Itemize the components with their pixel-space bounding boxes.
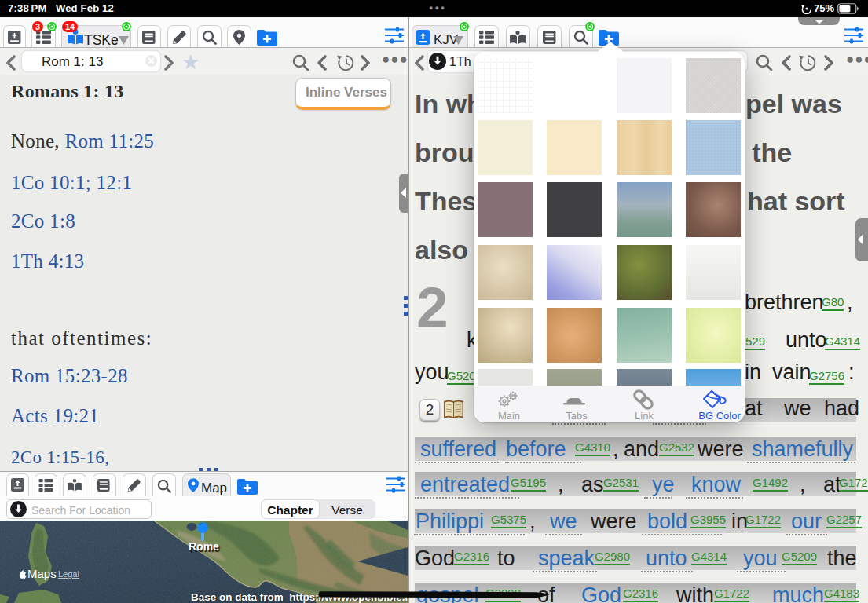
svg-text:Base on data from https://www: Base on data from https://www.openbible.…	[191, 591, 408, 603]
svg-text:Legal: Legal	[58, 569, 79, 579]
svg-text:Rome: Rome	[189, 540, 219, 553]
svg-text:Maps: Maps	[27, 567, 57, 580]
